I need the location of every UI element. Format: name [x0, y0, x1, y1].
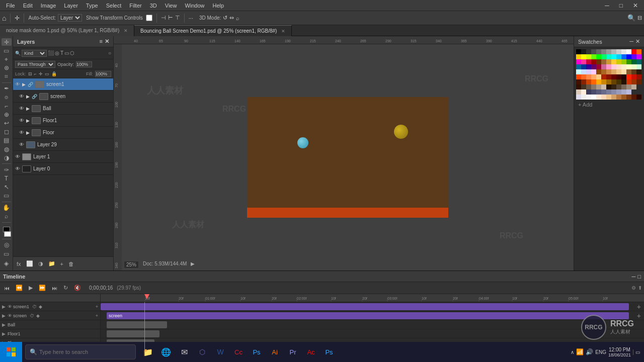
3d-zoom-icon[interactable]: ⌕: [236, 15, 239, 21]
swatch-r7-10[interactable]: [621, 79, 626, 84]
swatch-r7-11[interactable]: [626, 79, 631, 84]
add-swatch-btn[interactable]: + Add: [578, 102, 592, 108]
tl-vis-screen1[interactable]: 👁: [8, 304, 12, 309]
tl-keyframe-screen1[interactable]: ◆: [39, 304, 42, 309]
lock-artboard-icon[interactable]: ▭: [45, 71, 49, 76]
menu-view[interactable]: View: [161, 0, 181, 11]
swatch-r5-8[interactable]: [611, 69, 616, 74]
swatch-r4-7[interactable]: [606, 64, 611, 69]
layer-expand-screen[interactable]: ▶: [26, 94, 30, 99]
swatch-black[interactable]: [576, 49, 581, 54]
swatch-r7-1[interactable]: [576, 79, 581, 84]
lock-transparent-icon[interactable]: ⊟: [28, 71, 32, 76]
hand-tool[interactable]: ✋: [2, 204, 12, 212]
swatch-orange[interactable]: [636, 49, 641, 54]
swatch-r5-13[interactable]: [636, 69, 641, 74]
swatch-r8-5[interactable]: [596, 84, 601, 89]
taskbar-search-input[interactable]: [39, 349, 120, 355]
swatch-r4-2[interactable]: [581, 64, 586, 69]
layer-item-layer0[interactable]: 👁 Layer 0: [13, 163, 113, 175]
swatch-r5-2[interactable]: [581, 69, 586, 74]
taskbar-word[interactable]: W: [211, 343, 229, 361]
swatch-r9-9[interactable]: [616, 89, 621, 95]
taskbar-network[interactable]: 📶: [576, 348, 584, 355]
lasso-tool[interactable]: ⌖: [2, 55, 12, 63]
swatch-r3-7[interactable]: [606, 59, 611, 64]
layer-vis-layer29[interactable]: 👁: [19, 142, 24, 147]
swatch-r7-2[interactable]: [581, 79, 586, 84]
swatch-r8-1[interactable]: [576, 84, 581, 89]
swatch-r6-8[interactable]: [611, 74, 616, 79]
tl-settings-icon[interactable]: ⚙: [631, 285, 636, 291]
swatch-r6-1[interactable]: [576, 74, 581, 79]
swatch-r3-9[interactable]: [616, 59, 621, 64]
menu-edit[interactable]: Edit: [19, 0, 37, 11]
quick-select-tool[interactable]: ⊛: [2, 64, 12, 72]
layer-expand-screen1[interactable]: ▶: [22, 82, 26, 87]
gradient-tool[interactable]: ▤: [2, 137, 12, 144]
blend-mode-dropdown[interactable]: Pass Through: [15, 61, 55, 68]
taskbar-up-arrow[interactable]: ∧: [571, 349, 574, 355]
swatch-r6-10[interactable]: [621, 74, 626, 79]
swatch-r3-10[interactable]: [621, 59, 626, 64]
swatch-r9-7[interactable]: [606, 89, 611, 95]
swatch-r6-3[interactable]: [586, 74, 591, 79]
swatch-r2-9[interactable]: [616, 54, 621, 59]
opacity-input[interactable]: [76, 61, 92, 67]
swatch-white[interactable]: [626, 49, 631, 54]
move-tool-icon[interactable]: ✛: [15, 15, 20, 22]
brush-tool[interactable]: ⌐: [2, 102, 12, 110]
swatch-r7-8[interactable]: [611, 79, 616, 84]
menu-help[interactable]: Help: [209, 0, 228, 11]
swatch-7[interactable]: [611, 49, 616, 54]
history-brush-tool[interactable]: ↩: [2, 119, 12, 127]
swatch-r5-7[interactable]: [606, 69, 611, 74]
tab-noise-mask-close[interactable]: ✕: [124, 28, 128, 33]
swatch-r5-12[interactable]: [631, 69, 636, 74]
background-color[interactable]: [4, 231, 11, 237]
swatch-r4-4[interactable]: [591, 64, 596, 69]
start-button[interactable]: [0, 342, 22, 362]
swatch-r7-3[interactable]: [586, 79, 591, 84]
filter-adjust-icon[interactable]: ◎: [55, 50, 59, 56]
move-tool[interactable]: ✛: [2, 38, 12, 46]
swatch-r9-1[interactable]: [576, 89, 581, 95]
swatch-r2-1[interactable]: [576, 54, 581, 59]
swatch-r5-3[interactable]: [586, 69, 591, 74]
menu-3d[interactable]: 3D: [146, 0, 161, 11]
timeline-playhead[interactable]: [144, 302, 145, 356]
swatch-r7-5[interactable]: [596, 79, 601, 84]
swatch-red[interactable]: [631, 49, 636, 54]
swatch-r10-9[interactable]: [616, 95, 621, 100]
swatch-8[interactable]: [616, 49, 621, 54]
swatch-r6-6[interactable]: [601, 74, 606, 79]
swatch-r9-10[interactable]: [621, 89, 626, 95]
tl-track-add-screen[interactable]: +: [637, 312, 641, 320]
swatch-r3-11[interactable]: [626, 59, 631, 64]
menu-filter[interactable]: Filter: [125, 0, 145, 11]
swatch-r10-8[interactable]: [611, 95, 616, 100]
swatch-r4-12[interactable]: [631, 64, 636, 69]
swatch-r8-11[interactable]: [626, 84, 631, 89]
menu-image[interactable]: Image: [37, 0, 60, 11]
swatch-r4-11[interactable]: [626, 64, 631, 69]
swatch-r2-13[interactable]: [636, 54, 641, 59]
tl-track-add-screen1[interactable]: +: [637, 303, 641, 311]
menu-file[interactable]: File: [2, 0, 19, 11]
layer-item-floor1[interactable]: 👁 ▶ Floor1: [13, 115, 113, 127]
taskbar-datetime[interactable]: 12:00 PM 18/06/2021: [608, 347, 631, 357]
filter-pixel-icon[interactable]: ⬛: [48, 50, 54, 56]
swatch-r5-4[interactable]: [591, 69, 596, 74]
swatch-r5-6[interactable]: [601, 69, 606, 74]
tl-bar-ball[interactable]: [107, 321, 167, 328]
taskbar-photoshop[interactable]: Ps: [248, 343, 266, 361]
swatch-r8-2[interactable]: [581, 84, 586, 89]
swatch-r4-5[interactable]: [596, 64, 601, 69]
timeline-ruler[interactable]: 10f 20f 01:00f 10f 20f 02:00f 10f 20f 03…: [101, 294, 644, 302]
layer-vis-screen1[interactable]: 👁: [15, 81, 20, 87]
crop-tool[interactable]: ⌗: [2, 73, 12, 80]
tl-add-screen1[interactable]: +: [96, 304, 98, 309]
swatch-r4-1[interactable]: [576, 64, 581, 69]
swatch-5[interactable]: [601, 49, 606, 54]
swatch-r7-12[interactable]: [631, 79, 636, 84]
